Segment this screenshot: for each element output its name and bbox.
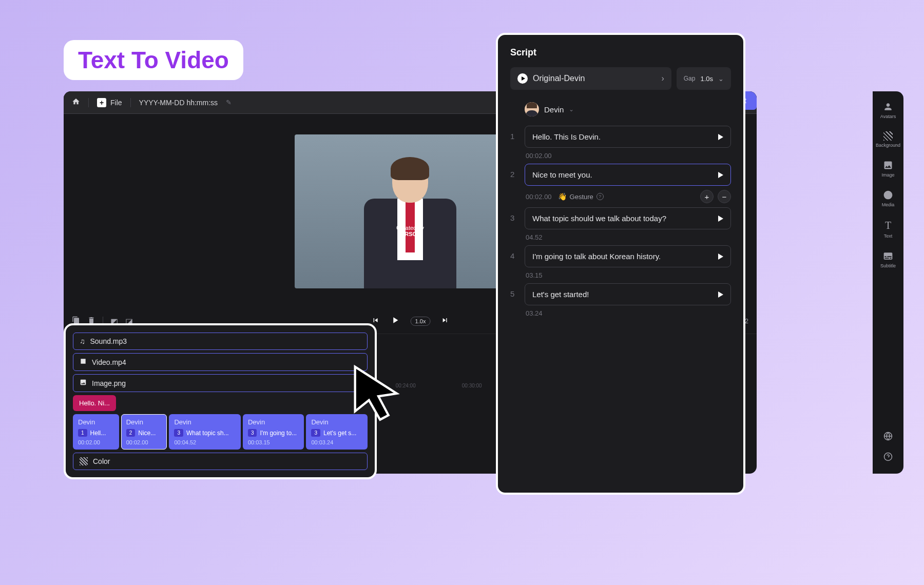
speed-selector[interactable]: 1.0x <box>411 317 431 326</box>
play-line-button[interactable] <box>718 134 723 140</box>
watermark: Created by PERSO.ai <box>396 225 424 237</box>
next-button[interactable] <box>440 316 449 326</box>
line-duration: 04.52 <box>526 233 543 241</box>
avatar-figure <box>354 155 467 288</box>
line-duration: 03.15 <box>526 271 543 279</box>
add-button[interactable]: + <box>700 190 714 203</box>
chevron-down-icon: ⌄ <box>718 75 724 83</box>
script-line: 4 I'm going to talk about Korean history… <box>510 245 731 279</box>
video-track[interactable]: Video.mp4 <box>73 353 368 371</box>
video-preview[interactable]: Created by PERSO.ai <box>295 134 526 288</box>
edit-icon[interactable]: ✎ <box>226 99 232 106</box>
divider <box>88 98 89 107</box>
line-number: 1 <box>510 126 517 141</box>
timeline-clip[interactable]: Devin 2Nice... 00:02.00 <box>121 414 167 450</box>
play-button[interactable] <box>390 315 400 328</box>
timeline-clip[interactable]: Devin 3I'm going to... 00:03.15 <box>243 414 304 450</box>
home-icon[interactable] <box>72 98 80 108</box>
music-icon: ♫ <box>80 337 85 345</box>
script-text-input[interactable]: Nice to meet you. <box>525 164 731 186</box>
line-duration: 00:02.00 <box>526 152 552 160</box>
line-number: 2 <box>510 164 517 179</box>
clips-row: Devin 1Hell... 00:02.00 Devin 2Nice... 0… <box>73 414 368 450</box>
script-text-input[interactable]: Hello. This Is Devin. <box>525 126 731 148</box>
sidebar-item-text[interactable]: T Text <box>884 220 893 239</box>
timeline-clip[interactable]: Devin 3Let's get s... 00:03.24 <box>306 414 368 450</box>
line-duration: 03.24 <box>526 309 543 317</box>
line-number: 5 <box>510 283 517 298</box>
script-line: 2 Nice to meet you. 00:02.00 👋 Gesture ?… <box>510 164 731 203</box>
title-badge: Text To Video <box>64 40 243 80</box>
play-line-button[interactable] <box>718 216 723 222</box>
script-text-input[interactable]: Let's get started! <box>525 283 731 305</box>
gap-value: 1.0s <box>700 75 713 83</box>
voice-play-icon[interactable] <box>517 73 528 84</box>
timeline-clip[interactable]: Devin 3What topic sh... 00:04.52 <box>169 414 240 450</box>
script-title: Script <box>510 47 731 58</box>
color-track[interactable]: Color <box>73 453 368 470</box>
image-icon <box>80 379 87 387</box>
line-number: 3 <box>510 207 517 222</box>
timeline-clip[interactable]: Devin 1Hell... 00:02.00 <box>73 414 119 450</box>
remove-button[interactable]: − <box>718 190 731 203</box>
sidebar-item-avatars[interactable]: Avatars <box>880 102 896 119</box>
script-text-input[interactable]: I'm going to talk about Korean history. <box>525 245 731 267</box>
help-icon[interactable] <box>883 452 893 463</box>
sidebar-item-image[interactable]: Image <box>881 160 894 178</box>
sidebar-item-subtitle[interactable]: Subtitle <box>880 251 896 268</box>
divider <box>130 98 131 107</box>
script-line: 5 Let's get started! 03.24 <box>510 283 731 317</box>
play-line-button[interactable] <box>718 291 723 298</box>
file-menu[interactable]: + File <box>97 98 122 107</box>
voice-selector[interactable]: Original-Devin › <box>510 67 671 90</box>
line-number: 4 <box>510 245 517 260</box>
script-text-input[interactable]: What topic should we talk about today? <box>525 207 731 229</box>
avatar-thumbnail <box>525 102 539 116</box>
gap-selector[interactable]: Gap 1.0s ⌄ <box>677 67 731 90</box>
play-line-button[interactable] <box>718 172 723 178</box>
timeline-popup: ♫ Sound.mp3 Video.mp4 Image.png Hello. N… <box>64 323 377 479</box>
line-duration: 00:02.00 <box>526 193 552 201</box>
avatar-selector[interactable]: Devin ⌄ <box>510 102 731 116</box>
avatar-name: Devin <box>544 105 564 114</box>
script-line: 3 What topic should we talk about today?… <box>510 207 731 241</box>
chevron-down-icon: ⌄ <box>569 106 574 113</box>
gesture-icon: 👋 <box>558 192 567 201</box>
sidebar-item-background[interactable]: Background <box>876 131 900 148</box>
gesture-option[interactable]: 👋 Gesture ? <box>558 192 604 201</box>
play-line-button[interactable] <box>718 254 723 260</box>
script-line: 1 Hello. This Is Devin. 00:02.00 <box>510 126 731 160</box>
sidebar-item-media[interactable]: Media <box>882 190 895 207</box>
right-sidebar: Avatars Background Image Media T Text Su… <box>873 91 903 474</box>
image-track[interactable]: Image.png <box>73 374 368 392</box>
globe-icon[interactable] <box>883 432 893 443</box>
hello-chip[interactable]: Hello. Ni... <box>73 395 116 411</box>
gap-label: Gap <box>684 75 696 82</box>
file-plus-icon: + <box>97 98 106 107</box>
file-label: File <box>110 99 122 107</box>
color-icon <box>80 457 88 465</box>
video-icon <box>80 358 87 366</box>
chevron-right-icon: › <box>661 74 664 83</box>
script-panel: Script Original-Devin › Gap 1.0s ⌄ Devin… <box>496 33 745 495</box>
sound-track[interactable]: ♫ Sound.mp3 <box>73 333 368 350</box>
voice-name: Original-Devin <box>533 74 585 83</box>
project-timestamp: YYYY-MM-DD hh:mm:ss <box>139 99 218 107</box>
help-icon[interactable]: ? <box>596 193 604 200</box>
